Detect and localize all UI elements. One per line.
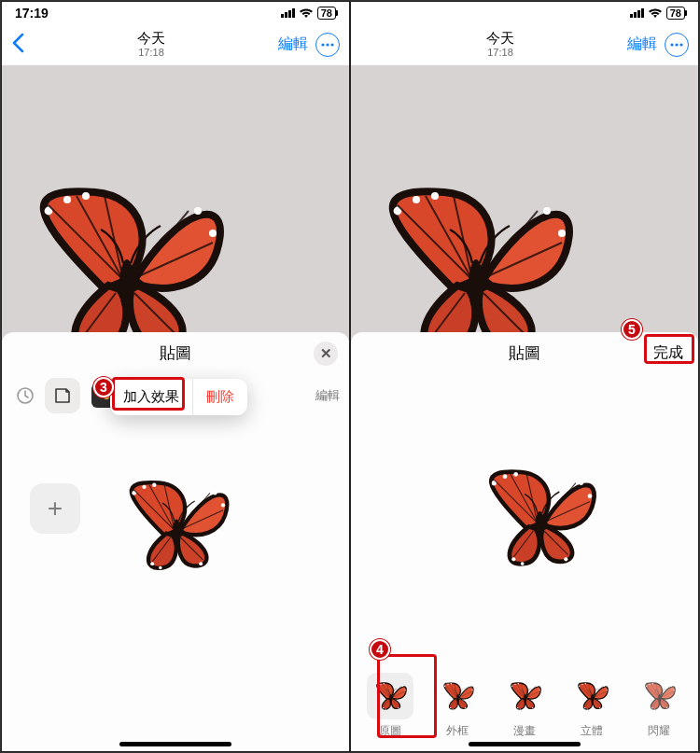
- battery-icon: 78: [317, 7, 336, 20]
- sticker-effect-sheet: 貼圖 完成 原圖 外框 漫畫: [351, 332, 698, 751]
- sticker-preview-butterfly: [472, 453, 603, 583]
- status-bar: 78: [351, 2, 698, 24]
- signal-icon: [630, 8, 644, 18]
- annotation-badge-5: 5: [622, 319, 642, 340]
- wifi-icon: [648, 7, 663, 19]
- effect-shiny[interactable]: 閃耀: [631, 673, 687, 739]
- sticker-preview: [351, 373, 698, 662]
- effect-comic[interactable]: 漫畫: [497, 673, 553, 739]
- status-time: [364, 6, 368, 21]
- close-button[interactable]: ✕: [314, 342, 338, 366]
- annotation-box-5: [644, 334, 694, 364]
- photo-viewer[interactable]: [2, 65, 349, 342]
- nav-edit-button[interactable]: 編輯: [627, 35, 657, 54]
- wifi-icon: [299, 7, 314, 19]
- status-time: 17:19: [15, 6, 49, 21]
- stickers-tab[interactable]: [45, 378, 80, 413]
- nav-bar: 今天 17:18 編輯: [2, 24, 349, 65]
- back-button[interactable]: [11, 33, 24, 57]
- annotation-box-3: [112, 377, 185, 411]
- nav-edit-button[interactable]: 編輯: [278, 35, 308, 54]
- more-button[interactable]: [315, 33, 340, 57]
- photo-butterfly: [2, 177, 254, 342]
- photo-viewer[interactable]: [351, 65, 698, 342]
- status-bar: 17:19 78: [2, 2, 349, 24]
- nav-bar: 今天 17:18 編輯: [351, 24, 698, 65]
- annotation-badge-4: 4: [370, 639, 390, 660]
- effect-puffy[interactable]: 立體: [564, 673, 620, 739]
- svg-point-20: [675, 43, 678, 46]
- nav-title: 今天 17:18: [137, 31, 165, 58]
- photo-butterfly: [351, 177, 603, 342]
- sheet-title: 貼圖: [160, 342, 191, 364]
- phone-right: 78 今天 17:18 編輯 貼圖 完成: [350, 1, 699, 752]
- sheet-title: 貼圖: [509, 342, 540, 364]
- add-sticker-button[interactable]: +: [30, 483, 80, 534]
- effect-outline[interactable]: 外框: [429, 673, 485, 739]
- home-indicator[interactable]: [119, 742, 231, 746]
- svg-point-10: [326, 43, 329, 46]
- sticker-canvas: +: [2, 418, 349, 751]
- recents-tab[interactable]: [11, 378, 39, 413]
- svg-point-11: [330, 43, 333, 46]
- toolbar-edit-button[interactable]: 編輯: [315, 387, 340, 404]
- sticker-sheet: 貼圖 ✕ 編輯 加入效果 刪除: [2, 332, 349, 751]
- svg-point-19: [670, 43, 673, 46]
- more-button[interactable]: [665, 33, 689, 57]
- signal-icon: [281, 8, 295, 18]
- svg-point-9: [321, 43, 324, 46]
- annotation-badge-3: 3: [93, 377, 114, 397]
- nav-title: 今天 17:18: [486, 31, 514, 58]
- svg-point-21: [679, 43, 682, 46]
- delete-option[interactable]: 刪除: [193, 379, 247, 415]
- home-indicator[interactable]: [469, 742, 581, 746]
- battery-icon: 78: [666, 7, 685, 20]
- sticker-butterfly[interactable]: [114, 465, 235, 586]
- annotation-box-4: [377, 654, 437, 738]
- phone-left: 17:19 78 今天 17:18 編輯: [1, 1, 350, 752]
